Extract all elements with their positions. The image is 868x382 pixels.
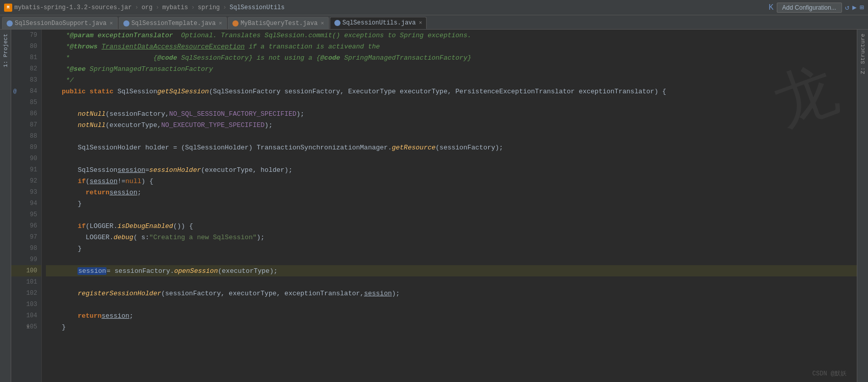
code-line-81: * { @code SqlSessionFactory} is not usin… xyxy=(46,52,857,63)
code-line-103 xyxy=(46,299,857,310)
code-line-85 xyxy=(46,97,857,108)
line-83: 83 xyxy=(11,74,41,86)
line-97: 97 xyxy=(11,232,41,243)
debug-icon[interactable]: ⊞ xyxy=(860,3,864,12)
code-line-102: registerSessionHolder (sessionFactory, e… xyxy=(46,288,857,299)
sidebar-project-label[interactable]: 1: Project xyxy=(2,32,10,69)
code-line-91: SqlSession session = sessionHolder (exec… xyxy=(46,164,857,175)
line-88: 88 xyxy=(11,131,41,142)
kotlin-icon: K xyxy=(769,3,774,12)
line-100: 100 xyxy=(11,265,41,276)
java-file-icon xyxy=(334,20,340,26)
line-numbers: 79 80 81 82 83 @ 84 85 86 87 88 89 90 91… xyxy=(11,30,42,382)
line-85: 85 xyxy=(11,97,41,108)
fold-icon[interactable]: ▼ xyxy=(27,324,30,330)
tab-mybatistest[interactable]: MyBatisQueryTest.java × xyxy=(228,17,329,29)
line-80: 80 xyxy=(11,41,41,52)
line-79: 79 xyxy=(11,30,41,41)
code-line-82: * @see SpringManagedTransactionFactory xyxy=(46,63,857,74)
line-96: 96 xyxy=(11,220,41,232)
code-line-99 xyxy=(46,254,857,265)
code-line-94: } xyxy=(46,198,857,209)
rerun-icon[interactable]: ↺ xyxy=(845,3,849,12)
tab-close-icon[interactable]: × xyxy=(110,20,113,27)
tab-close-icon[interactable]: × xyxy=(321,20,324,27)
mybatis-icon: M xyxy=(4,4,12,12)
java-file-icon xyxy=(7,20,13,27)
tab-sqlsessionutils[interactable]: SqlSessionUtils.java × xyxy=(330,17,427,29)
line-86: 86 xyxy=(11,108,41,119)
code-content: 龙 * @param exceptionTranslator Optional.… xyxy=(42,30,857,382)
code-line-97: LOGGER. debug ( s: "Creating a new SqlSe… xyxy=(46,232,857,243)
code-line-86: notNull (sessionFactory, NO_SQL_SESSION_… xyxy=(46,108,857,119)
breadcrumb-class[interactable]: SqlSessionUtils xyxy=(230,4,285,11)
breadcrumb-jar[interactable]: mybatis-spring-1.3.2-sources.jar xyxy=(14,4,131,11)
tab-sqltemplate[interactable]: SqlSessionTemplate.java × xyxy=(119,17,227,29)
line-87: 87 xyxy=(11,119,41,131)
main-content: 1: Project 79 80 81 82 83 @ 84 85 86 87 … xyxy=(0,30,868,382)
code-line-88 xyxy=(46,131,857,142)
line-81: 81 xyxy=(11,52,41,63)
line-101: 101 xyxy=(11,276,41,288)
code-line-83: */ xyxy=(46,74,857,86)
code-line-104: return session ; xyxy=(46,310,857,321)
code-line-79: * @param exceptionTranslator Optional. T… xyxy=(46,30,857,41)
line-95: 95 xyxy=(11,209,41,220)
line-93: 93 xyxy=(11,187,41,198)
code-line-101 xyxy=(46,276,857,288)
code-line-96: if (LOGGER. isDebugEnabled ()) { xyxy=(46,220,857,232)
line-82: 82 xyxy=(11,63,41,74)
selected-session: session xyxy=(77,267,107,275)
title-bar: M mybatis-spring-1.3.2-sources.jar › org… xyxy=(0,0,868,15)
left-sidebar: 1: Project xyxy=(0,30,11,382)
tab-label: SqlSessionDaoSupport.java xyxy=(15,20,107,27)
breadcrumb-org[interactable]: org xyxy=(142,4,153,11)
line-90: 90 xyxy=(11,153,41,164)
java-file-icon xyxy=(123,20,129,27)
code-line-95 xyxy=(46,209,857,220)
line-105: ▼ 105 xyxy=(11,321,41,333)
toolbar-right: K Add Configuration... ↺ ▶ ⊞ xyxy=(769,3,864,13)
code-line-87: notNull (executorType, NO_EXECUTOR_TYPE_… xyxy=(46,119,857,131)
line-91: 91 xyxy=(11,164,41,175)
java-file-icon xyxy=(232,20,239,27)
right-sidebar: Z: Structure xyxy=(857,30,868,382)
code-line-90 xyxy=(46,153,857,164)
add-configuration-button[interactable]: Add Configuration... xyxy=(777,3,842,13)
line-92: 92 xyxy=(11,175,41,187)
tab-label: SqlSessionTemplate.java xyxy=(131,20,216,27)
line-99: 99 xyxy=(11,254,41,265)
code-line-89: SqlSessionHolder holder = (SqlSessionHol… xyxy=(46,142,857,153)
tab-label: SqlSessionUtils.java xyxy=(343,19,416,27)
csdn-watermark: CSDN @默妖 xyxy=(812,369,847,378)
line-102: 102 xyxy=(11,288,41,299)
breadcrumb-spring[interactable]: spring xyxy=(198,4,220,11)
line-84: @ 84 xyxy=(11,86,41,97)
breadcrumb-mybatis[interactable]: mybatis xyxy=(162,4,188,11)
tab-label: MyBatisQueryTest.java xyxy=(241,20,318,27)
breadcrumb: M mybatis-spring-1.3.2-sources.jar › org… xyxy=(4,4,285,12)
line-103: 103 xyxy=(11,299,41,310)
run-toolbar: ↺ ▶ ⊞ xyxy=(845,3,864,12)
code-line-92: if ( session != null ) { xyxy=(46,175,857,187)
tab-sqldaosupport[interactable]: SqlSessionDaoSupport.java × xyxy=(2,17,118,29)
code-line-80: * @throws TransientDataAccessResourceExc… xyxy=(46,41,857,52)
tab-close-icon[interactable]: × xyxy=(219,20,222,27)
tab-bar: SqlSessionDaoSupport.java × SqlSessionTe… xyxy=(0,15,868,30)
line-98: 98 xyxy=(11,243,41,254)
code-line-84: public static SqlSession getSqlSession (… xyxy=(46,86,857,97)
code-line-93: return session ; xyxy=(46,187,857,198)
build-icon[interactable]: ▶ xyxy=(852,3,856,12)
annotation-marker: @ xyxy=(13,88,17,94)
line-89: 89 xyxy=(11,142,41,153)
code-editor[interactable]: 79 80 81 82 83 @ 84 85 86 87 88 89 90 91… xyxy=(11,30,857,382)
tab-close-icon[interactable]: × xyxy=(419,20,423,26)
structure-label[interactable]: Z: Structure xyxy=(859,32,867,76)
line-104: 104 xyxy=(11,310,41,321)
code-line-105: } xyxy=(46,321,857,333)
code-line-98: } xyxy=(46,243,857,254)
code-line-100: session = sessionFactory. openSession (e… xyxy=(46,265,857,276)
line-94: 94 xyxy=(11,198,41,209)
